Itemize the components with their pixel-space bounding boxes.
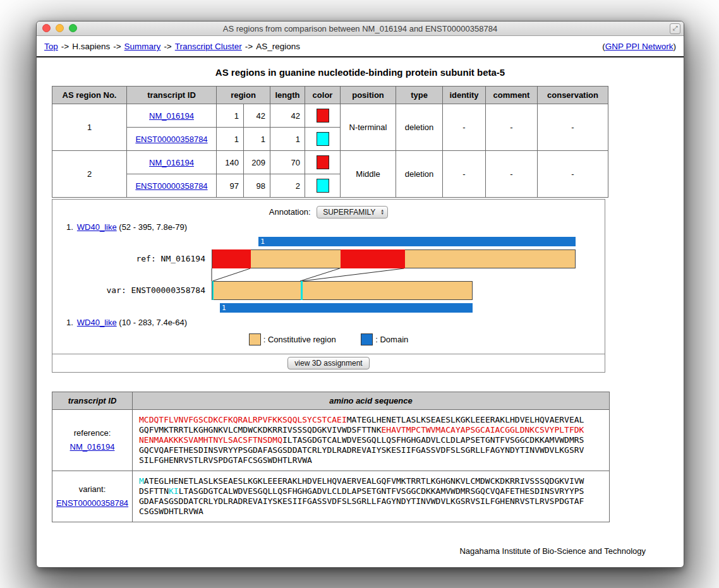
position-cell: N-terminal bbox=[341, 104, 396, 151]
ref-domain-note: 1.WD40_like (52 - 395, 7.8e-79) bbox=[66, 222, 605, 232]
breadcrumb-link-top[interactable]: Top bbox=[44, 42, 58, 51]
domain-index-label: 1 bbox=[260, 237, 265, 246]
comment-cell: - bbox=[486, 151, 538, 198]
page-title: AS regions in guanine nucleotide-binding… bbox=[37, 67, 684, 78]
as-region-segment bbox=[301, 281, 303, 300]
legend-item-domain: : Domain bbox=[361, 333, 408, 345]
as-region-no-cell: 2 bbox=[52, 151, 127, 198]
column-header-transcript-id: transcript ID bbox=[127, 87, 217, 104]
transcript-link[interactable]: ENST00000358784 bbox=[135, 181, 207, 191]
domain-index-label: 1 bbox=[222, 304, 226, 312]
table-row: 2 NM_016194 140 209 70 Middle deletion -… bbox=[52, 151, 608, 174]
breadcrumb-separator: -> bbox=[113, 42, 121, 51]
as-region-segment bbox=[212, 281, 214, 300]
legend-item-constitutive: : Constitutive region bbox=[249, 333, 336, 345]
table-row: variant: ENST00000358784 MATEGLHENETLASL… bbox=[52, 471, 610, 522]
variant-sequence: MATEGLHENETLASLKSEAESLKGKLEEERAKLHDVELHQ… bbox=[139, 476, 584, 517]
breadcrumb-item-species: H.sapiens bbox=[72, 42, 110, 51]
color-swatch bbox=[317, 179, 329, 193]
reference-transcript-link[interactable]: NM_016194 bbox=[70, 442, 115, 452]
variant-transcript-link[interactable]: ENST00000358784 bbox=[56, 498, 128, 508]
type-cell: deletion bbox=[396, 151, 443, 198]
reference-sequence-cell: MCDQTFLVNVFGSCDKCFKQRALRPVFKKSQQLSYCSTCA… bbox=[133, 410, 610, 471]
conservation-cell: - bbox=[538, 151, 608, 198]
transcript-link[interactable]: NM_016194 bbox=[149, 111, 194, 121]
color-cell bbox=[305, 104, 341, 128]
region-end-cell: 42 bbox=[244, 104, 270, 128]
note-index: 1. bbox=[66, 318, 73, 327]
table-row: 1 NM_016194 1 42 42 N-terminal deletion … bbox=[52, 104, 608, 128]
color-swatch bbox=[317, 155, 329, 169]
annotation-select[interactable]: SUPERFAMILY bbox=[317, 206, 388, 219]
variant-label-cell: variant: ENST00000358784 bbox=[52, 471, 133, 522]
color-cell bbox=[305, 128, 341, 151]
column-header-comment: comment bbox=[486, 87, 538, 104]
length-cell: 42 bbox=[270, 104, 305, 128]
var-bar-label: var: ENST00000358784 bbox=[52, 281, 205, 300]
minimize-button[interactable] bbox=[56, 24, 64, 32]
identity-cell: - bbox=[443, 151, 486, 198]
length-cell: 1 bbox=[270, 128, 305, 151]
transcript-link[interactable]: NM_016194 bbox=[149, 158, 194, 167]
color-cell bbox=[305, 174, 341, 198]
breadcrumb-link-transcript-cluster[interactable]: Transcript Cluster bbox=[175, 42, 242, 51]
header-row: transcript ID amino acid sequence bbox=[52, 392, 610, 410]
as-region-segment bbox=[341, 249, 405, 268]
annotation-row: Annotation: SUPERFAMILY bbox=[52, 206, 605, 219]
color-cell bbox=[305, 151, 341, 174]
var-domain-bar: 1 bbox=[220, 303, 473, 313]
wd40-like-link[interactable]: WD40_like bbox=[77, 222, 117, 232]
column-header-color: color bbox=[305, 87, 341, 104]
ref-bar-label: ref: NM_016194 bbox=[52, 249, 205, 268]
domain-swatch bbox=[361, 333, 373, 345]
desktop-background: AS regions from comparison between NM_01… bbox=[0, 0, 719, 588]
reference-label-cell: reference: NM_016194 bbox=[52, 410, 133, 471]
column-header-type: type bbox=[396, 87, 443, 104]
annotation-label: Annotation: bbox=[269, 207, 311, 217]
reference-label: reference: bbox=[74, 428, 111, 438]
type-cell: deletion bbox=[396, 104, 443, 151]
comment-cell: - bbox=[486, 104, 538, 151]
color-swatch bbox=[317, 109, 329, 123]
identity-cell: - bbox=[443, 104, 486, 151]
breadcrumb-link-summary[interactable]: Summary bbox=[124, 42, 161, 51]
as-region-segment bbox=[212, 249, 251, 268]
variant-sequence-cell: MATEGLHENETLASLKSEAESLKGKLEEERAKLHDVELHQ… bbox=[133, 471, 610, 522]
column-header-as-region-no: AS region No. bbox=[52, 87, 127, 104]
column-header-transcript-id: transcript ID bbox=[52, 392, 133, 410]
ref-domain-bar: 1 bbox=[258, 237, 576, 246]
note-range: (52 - 395, 7.8e-79) bbox=[117, 222, 187, 232]
footer-credit: Nagahama Institute of Bio-Science and Te… bbox=[37, 546, 646, 556]
close-button[interactable] bbox=[42, 24, 51, 32]
breadcrumb-separator: -> bbox=[61, 42, 69, 51]
column-header-conservation: conservation bbox=[538, 87, 608, 104]
breadcrumb-separator: -> bbox=[245, 42, 253, 51]
gnp-ppi-network-link[interactable]: GNP PPI Network bbox=[605, 42, 674, 51]
transcript-link[interactable]: ENST00000358784 bbox=[135, 135, 207, 144]
as-region-no-cell: 1 bbox=[52, 104, 127, 151]
table-row: reference: NM_016194 MCDQTFLVNVFGSCDKCFK… bbox=[52, 410, 610, 471]
breadcrumb-separator: -> bbox=[164, 42, 171, 51]
column-header-identity: identity bbox=[443, 87, 486, 104]
window-titlebar[interactable]: AS regions from comparison between NM_01… bbox=[37, 21, 684, 36]
region-end-cell: 1 bbox=[244, 128, 270, 151]
wd40-like-link[interactable]: WD40_like bbox=[77, 318, 117, 327]
var-transcript-bar bbox=[212, 281, 473, 300]
constitutive-swatch bbox=[249, 333, 261, 345]
position-cell: Middle bbox=[341, 151, 396, 198]
column-header-region: region bbox=[217, 87, 270, 104]
ref-transcript-bar bbox=[212, 249, 576, 268]
expand-icon[interactable] bbox=[670, 23, 680, 34]
window-title: AS regions from comparison between NM_01… bbox=[223, 24, 497, 33]
conservation-cell: - bbox=[538, 104, 608, 151]
column-header-length: length bbox=[270, 87, 305, 104]
diagram-legend: : Constitutive region : Domain bbox=[52, 333, 605, 347]
legend-label: : Constitutive region bbox=[263, 335, 336, 344]
variant-label: variant: bbox=[79, 484, 106, 494]
as-region-diagram: 1 ref: NM_016194 var: ENST00000358784 1 bbox=[52, 237, 605, 314]
length-cell: 70 bbox=[270, 151, 305, 174]
header-row: AS region No. transcript ID region lengt… bbox=[52, 87, 608, 104]
note-index: 1. bbox=[66, 222, 73, 232]
view-3d-assignment-button[interactable]: view 3D assignment bbox=[287, 357, 369, 369]
zoom-button[interactable] bbox=[69, 24, 77, 32]
